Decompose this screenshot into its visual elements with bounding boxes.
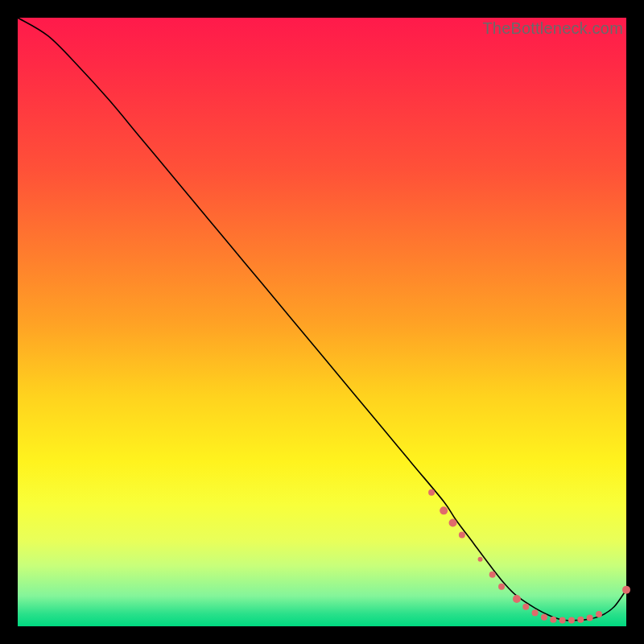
scatter-dot — [587, 614, 593, 621]
scatter-dot — [541, 614, 547, 621]
scatter-dot — [478, 557, 483, 562]
scatter-dots — [428, 489, 630, 624]
scatter-dot — [550, 617, 556, 623]
scatter-dot — [522, 604, 529, 610]
scatter-dot — [559, 617, 566, 623]
scatter-dot — [498, 584, 505, 590]
scatter-dot — [622, 586, 630, 594]
scatter-dot — [532, 609, 539, 616]
chart-frame: TheBottleneck.com — [18, 18, 626, 626]
scatter-dot — [513, 595, 521, 603]
scatter-dot — [568, 617, 575, 623]
scatter-dot — [440, 506, 448, 514]
scatter-dot — [489, 572, 496, 578]
scatter-dot — [428, 489, 435, 496]
bottleneck-curve — [18, 18, 626, 621]
scatter-dot — [449, 518, 457, 526]
scatter-dot — [596, 611, 602, 617]
scatter-dot — [577, 617, 584, 623]
scatter-dot — [459, 532, 465, 539]
chart-overlay — [18, 18, 626, 626]
